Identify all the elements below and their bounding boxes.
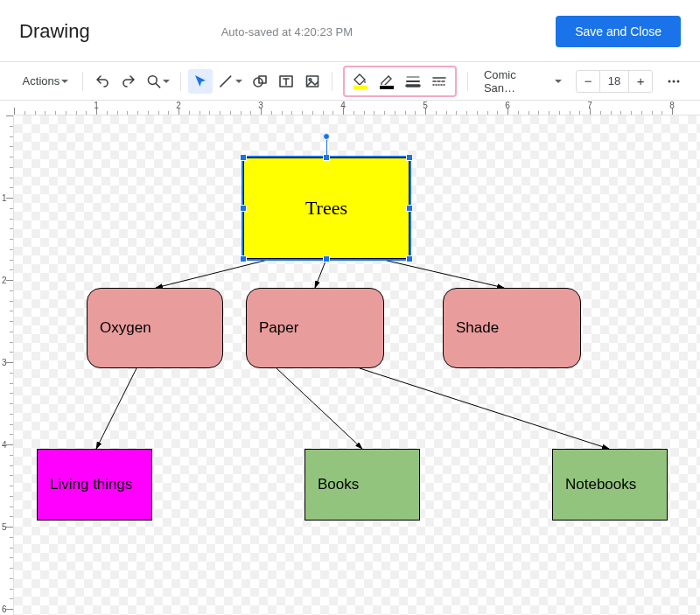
- toolbar-sep: [82, 72, 83, 91]
- svg-point-3: [254, 78, 262, 87]
- undo-button[interactable]: [90, 69, 115, 94]
- save-and-close-button[interactable]: Save and Close: [556, 16, 681, 47]
- border-weight-icon: [405, 73, 421, 89]
- font-family-select[interactable]: Comic San…: [475, 70, 567, 93]
- shape-tool[interactable]: [248, 69, 272, 94]
- line-tool[interactable]: [214, 69, 246, 94]
- shape-paper[interactable]: Paper: [246, 288, 384, 368]
- connector-arrow[interactable]: [96, 368, 136, 449]
- line-icon: [218, 73, 234, 89]
- image-icon: [304, 73, 320, 89]
- svg-point-14: [668, 80, 671, 82]
- autosave-status: Auto-saved at 4:20:23 PM: [221, 25, 353, 38]
- textbox-tool[interactable]: [274, 69, 298, 94]
- selection-handle[interactable]: [240, 154, 247, 161]
- shape-oxygen[interactable]: Oxygen: [87, 288, 223, 368]
- shape-icon: [252, 73, 268, 89]
- toolbar: Actions: [0, 62, 700, 101]
- chevron-down-icon: [235, 74, 242, 87]
- font-family-label: Comic San…: [484, 68, 550, 94]
- selection-handle[interactable]: [406, 255, 413, 262]
- svg-point-16: [677, 80, 680, 82]
- svg-line-1: [156, 83, 159, 87]
- border-color-icon: [379, 73, 395, 89]
- svg-point-7: [309, 78, 312, 80]
- toolbar-sep: [467, 72, 468, 91]
- ruler-horizontal: 12345678: [14, 101, 700, 115]
- border-color-button[interactable]: [374, 69, 399, 94]
- selection-handle[interactable]: [406, 154, 413, 161]
- textbox-icon: [278, 73, 294, 89]
- drawing-canvas[interactable]: TreesOxygenPaperShadeLiving thingsBooksN…: [14, 115, 700, 615]
- connector-arrow[interactable]: [380, 259, 504, 288]
- workspace: 12345678 123456 TreesOxygenPaperShadeLiv…: [0, 101, 700, 615]
- select-tool[interactable]: [188, 69, 213, 94]
- undo-icon: [94, 73, 110, 89]
- more-icon: [666, 73, 682, 89]
- border-dash-icon: [431, 73, 447, 89]
- dialog-title: Drawing: [19, 20, 90, 43]
- selection-handle[interactable]: [323, 255, 330, 262]
- actions-label: Actions: [23, 74, 60, 87]
- rotation-handle[interactable]: [323, 133, 330, 140]
- connector-arrow[interactable]: [276, 368, 362, 449]
- fill-color-button[interactable]: [348, 69, 373, 94]
- fill-color-icon: [353, 73, 368, 89]
- shape-trees[interactable]: Trees: [243, 157, 410, 259]
- selection-handle[interactable]: [406, 205, 413, 212]
- connector-arrow[interactable]: [315, 259, 326, 288]
- shape-notebooks[interactable]: Notebooks: [552, 449, 668, 521]
- dialog-header: Drawing Auto-saved at 4:20:23 PM Save an…: [0, 0, 700, 61]
- selection-handle[interactable]: [240, 205, 247, 212]
- selection-handle[interactable]: [240, 255, 247, 262]
- connector-arrow[interactable]: [156, 259, 271, 288]
- border-dash-button[interactable]: [427, 69, 452, 94]
- chevron-down-icon: [555, 74, 562, 87]
- redo-icon: [121, 73, 136, 89]
- font-size-decrement[interactable]: −: [577, 71, 599, 92]
- svg-point-15: [673, 80, 676, 82]
- font-size-stepper: − 18 +: [576, 70, 653, 93]
- zoom-icon: [146, 73, 162, 89]
- toolbar-sep: [332, 72, 332, 91]
- image-tool[interactable]: [300, 69, 325, 94]
- actions-menu[interactable]: Actions: [16, 69, 75, 94]
- font-size-increment[interactable]: +: [629, 71, 652, 92]
- shape-shade[interactable]: Shade: [443, 288, 581, 368]
- ruler-vertical: 123456: [0, 115, 14, 615]
- font-size-value[interactable]: 18: [599, 71, 629, 92]
- fill-swatch: [354, 86, 368, 89]
- zoom-menu[interactable]: [143, 69, 174, 94]
- connector-arrow[interactable]: [360, 368, 609, 449]
- shape-books[interactable]: Books: [304, 449, 420, 521]
- border-weight-button[interactable]: [401, 69, 425, 94]
- border-swatch: [380, 86, 394, 89]
- redo-button[interactable]: [116, 69, 141, 94]
- toolbar-sep: [180, 72, 181, 91]
- svg-line-2: [220, 76, 231, 87]
- more-button[interactable]: [662, 69, 686, 94]
- chevron-down-icon: [163, 74, 170, 87]
- select-icon: [192, 73, 208, 89]
- shape-living[interactable]: Living things: [37, 449, 152, 521]
- chevron-down-icon: [61, 74, 68, 87]
- highlighted-tool-group: [343, 66, 457, 97]
